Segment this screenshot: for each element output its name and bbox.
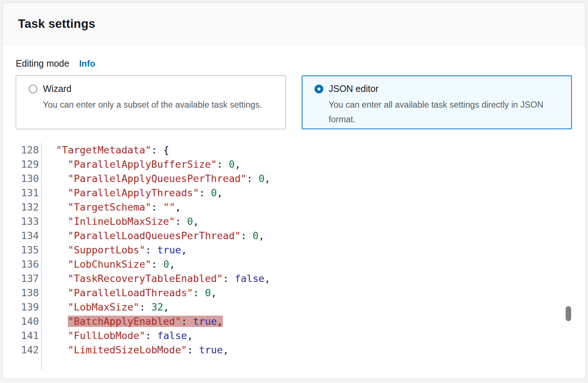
line-number: 131 — [16, 186, 42, 200]
code-token: , — [193, 216, 199, 227]
code-token: "FullLobMode" — [68, 330, 145, 341]
code-token: , — [235, 159, 240, 170]
line-number: 141 — [16, 328, 42, 343]
code-token: : — [187, 344, 199, 356]
code-line-text[interactable]: "ParallelApplyThreads": 0, — [42, 186, 223, 200]
code-token: true — [199, 344, 223, 356]
card-json-editor[interactable]: JSON editor You can enter all available … — [302, 75, 572, 129]
code-token: "LobChunkSize" — [68, 259, 151, 270]
panel-header: Task settings — [3, 3, 585, 45]
code-line-text[interactable]: "ParallelApplyQueuesPerThread": 0, — [42, 171, 271, 186]
code-token: "ParallelApplyBufferSize" — [68, 159, 217, 170]
code-line: 128 "TargetMetadata": { — [16, 143, 572, 157]
code-token: 32 — [151, 301, 163, 313]
code-line-text[interactable]: "LimitedSizeLobMode": true, — [42, 343, 229, 357]
json-editor[interactable]: 128 "TargetMetadata": {129 "ParallelAppl… — [16, 143, 572, 369]
line-number: 138 — [16, 286, 42, 300]
json-editor-card-description: You can enter all available task setting… — [329, 97, 556, 127]
line-number: 142 — [16, 343, 42, 357]
wizard-card-title: Wizard — [43, 83, 71, 94]
radio-unselected-icon[interactable] — [29, 85, 37, 93]
radio-dot — [317, 88, 320, 90]
code-line-text[interactable]: "LobChunkSize": 0, — [42, 257, 175, 271]
code-token: 0 — [205, 287, 211, 298]
code-token: : — [181, 316, 193, 327]
line-number: 134 — [16, 228, 42, 243]
code-line: 140 "BatchApplyEnabled": true, — [16, 314, 572, 328]
code-line: 139 "LobMaxSize": 32, — [16, 300, 572, 314]
code-token: , — [223, 344, 229, 356]
code-line-text[interactable]: "SupportLobs": true, — [42, 243, 187, 257]
code-token: "InlineLobMaxSize" — [68, 216, 175, 227]
line-number: 140 — [16, 314, 42, 328]
code-token: , — [258, 230, 264, 241]
code-token: "ParallelApplyQueuesPerThread" — [68, 173, 247, 184]
code-token: , — [187, 330, 193, 341]
code-line-text[interactable]: "LobMaxSize": 32, — [42, 300, 169, 314]
highlighted-code: "BatchApplyEnabled": true, — [68, 316, 223, 327]
code-token: "TargetSchema" — [68, 201, 151, 213]
code-line-text[interactable]: "TaskRecoveryTableEnabled": false, — [42, 271, 271, 286]
code-token: , — [169, 259, 175, 270]
code-token: : — [139, 301, 151, 313]
code-token: : — [193, 287, 205, 298]
code-token: : — [151, 144, 163, 156]
code-token: , — [264, 273, 270, 284]
line-number: 128 — [16, 143, 42, 157]
line-number: 137 — [16, 271, 42, 286]
code-line-text[interactable]: "ParallelLoadThreads": 0, — [42, 286, 217, 300]
code-token: { — [163, 144, 169, 156]
code-token: : — [175, 216, 187, 227]
card-wizard[interactable]: Wizard You can enter only a subset of th… — [16, 75, 286, 129]
code-line: 135 "SupportLobs": true, — [16, 243, 572, 257]
code-line-text[interactable]: "BatchApplyEnabled": true, — [42, 314, 223, 328]
code-token: true — [193, 316, 217, 327]
scrollbar-thumb[interactable] — [566, 306, 571, 321]
code-token: "ParallelLoadQueuesPerThread" — [68, 230, 240, 241]
line-number: 130 — [16, 171, 42, 186]
code-token: 0 — [163, 259, 169, 270]
code-token: : — [145, 330, 157, 341]
code-line: 131 "ParallelApplyThreads": 0, — [16, 186, 572, 200]
code-token: : — [151, 259, 163, 270]
code-token: : — [240, 230, 253, 241]
info-link[interactable]: Info — [79, 59, 95, 69]
code-line-text[interactable]: "ParallelApplyBufferSize": 0, — [42, 157, 240, 171]
code-line: 136 "LobChunkSize": 0, — [16, 257, 572, 271]
code-token: : — [199, 187, 211, 198]
code-token: : — [247, 173, 259, 184]
code-line-text[interactable]: "ParallelLoadQueuesPerThread": 0, — [42, 228, 264, 243]
code-token: "BatchApplyEnabled" — [68, 316, 181, 327]
code-token: false — [157, 330, 187, 341]
editing-mode-label: Editing mode — [16, 58, 69, 69]
code-token: , — [163, 301, 169, 313]
line-number: 135 — [16, 243, 42, 257]
code-token: , — [175, 201, 181, 213]
line-number: 132 — [16, 200, 42, 214]
code-line: 138 "ParallelLoadThreads": 0, — [16, 286, 572, 300]
code-line-text[interactable]: "TargetSchema": "", — [42, 200, 181, 214]
code-line-text[interactable]: "TargetMetadata": { — [42, 143, 169, 157]
code-line-text[interactable]: "FullLobMode": false, — [42, 328, 193, 343]
code-token: 0 — [229, 159, 235, 170]
code-token: , — [264, 173, 270, 184]
code-line: 132 "TargetSchema": "", — [16, 200, 572, 214]
code-token: "TargetMetadata" — [56, 144, 151, 156]
code-token: "TaskRecoveryTableEnabled" — [68, 273, 223, 284]
code-token: true — [157, 244, 181, 256]
code-token: 0 — [187, 216, 193, 227]
code-token: 0 — [253, 230, 258, 241]
line-number: 133 — [16, 214, 42, 228]
json-editor-radio-row: JSON editor — [315, 83, 572, 94]
gutter-spacer — [16, 357, 42, 369]
code-token: "LimitedSizeLobMode" — [68, 344, 187, 356]
code-token: , — [181, 244, 187, 256]
radio-selected-icon[interactable] — [315, 85, 323, 93]
editing-mode-cards: Wizard You can enter only a subset of th… — [16, 75, 572, 129]
code-line-text[interactable]: "InlineLobMaxSize": 0, — [42, 214, 199, 228]
code-line: 137 "TaskRecoveryTableEnabled": false, — [16, 271, 572, 286]
code-token: "ParallelApplyThreads" — [68, 187, 199, 198]
editing-mode-row: Editing mode Info — [16, 58, 572, 69]
code-token: 0 — [211, 187, 217, 198]
panel-content: Editing mode Info Wizard You can enter o… — [3, 45, 585, 369]
